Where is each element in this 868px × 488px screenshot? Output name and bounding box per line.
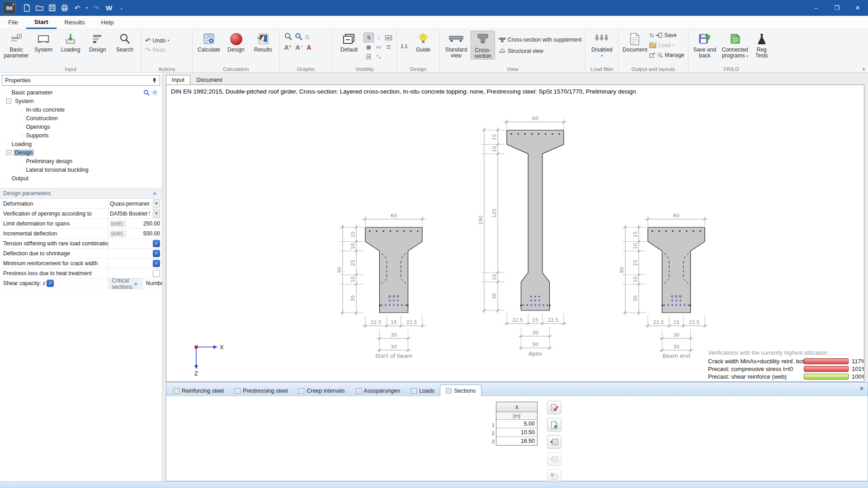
save-and-back-button[interactable]: Save and back [692,31,717,59]
cross-section-supplement-button[interactable]: Cross-section with supplement [499,35,581,44]
customize-toolbar-icon[interactable]: ⌄ [116,3,127,14]
tree-item-openings[interactable]: ┈Openings [0,122,162,131]
reg-tests-button[interactable]: Reg Tests [753,31,771,59]
zoom-window-icon[interactable] [295,33,302,40]
bottom-tab-reinforcing-steel[interactable]: Reinforcing steel [168,385,229,396]
tree-item-supports[interactable]: ┈Supports [0,131,162,140]
menu-help[interactable]: Help [93,16,122,29]
open-folder-icon[interactable] [34,3,45,14]
standard-view-button[interactable]: Standard view [443,31,469,59]
bottom-tab-sections[interactable]: Sections [440,385,481,396]
layout-manage-button[interactable]: Manage [649,51,684,60]
axis-toggle-icon[interactable]: ⤡ [373,52,384,61]
results-button[interactable]: Results [250,31,276,53]
tree-search-icon[interactable] [143,89,150,96]
tree-item-design[interactable]: −Design [0,148,162,157]
zoom-in-icon[interactable] [284,33,292,40]
text-box-toggle-icon[interactable]: abl [383,33,394,42]
guide-button[interactable]: Guide [410,31,436,53]
close-panel-icon[interactable]: ✕ [859,385,864,392]
tree-item-preliminary-design[interactable]: ┈Preliminary design [0,157,162,165]
support-symbols-icon[interactable] [401,31,409,49]
tree-item-loading[interactable]: ┈Loading [0,140,162,148]
design-input-button[interactable]: Design [85,31,110,53]
param-value[interactable]: 500.00 [127,230,160,237]
bottom-tab-creep-intervals[interactable]: Creep intervals [293,385,350,396]
loading-button[interactable]: Loading [58,31,83,53]
zoom-home-icon[interactable]: ⌂ [305,33,309,40]
checkbox[interactable]: ✓ [153,240,160,247]
minimize-button[interactable]: – [806,0,826,16]
checkbox[interactable]: ✓ [47,280,54,287]
maximize-button[interactable]: ❐ [826,0,847,16]
print-icon[interactable] [59,3,70,14]
param-value[interactable]: 250.00 [127,221,160,227]
document-button[interactable]: Document [622,31,647,53]
param-section-critical-sections[interactable]: Critical sections« [108,278,143,289]
section-collapse-icon[interactable]: « [132,281,139,287]
new-document-icon[interactable] [21,3,32,14]
x-value-cell[interactable]: 16.50 [496,437,537,445]
tree-expand-icon[interactable]: − [6,150,11,155]
tree-expand-icon[interactable]: − [6,99,11,103]
dropdown-arrow-icon[interactable]: ▼ [153,199,160,208]
checkbox[interactable]: ✓ [153,250,160,257]
layout-save-button[interactable]: ↻ Save [649,31,684,40]
load-arrow-toggle-icon[interactable]: ↓ [373,33,384,42]
connected-programs-button[interactable]: Connected programs ▾ [719,31,751,59]
insert-row-button[interactable] [547,435,561,449]
search-button[interactable]: Search [112,31,137,53]
undo-button[interactable]: ↶Undo▾ [145,36,169,45]
supports-toggle-icon[interactable]: ▦ [363,42,374,52]
tree-item-output[interactable]: ┈Output [0,174,162,183]
save-icon[interactable] [47,3,57,14]
x-column-table[interactable]: x [m] 5.0010.5016.50 [496,402,538,446]
checkbox[interactable] [153,270,160,277]
tab-document[interactable]: Document [191,75,228,84]
design-calc-button[interactable]: Design [223,31,249,53]
font-smaller-icon[interactable]: A⁻ [296,44,303,51]
graphics-canvas[interactable]: DIN EN 1992:2015, Double-pitched roof gi… [166,84,864,382]
app-logo[interactable]: B8+ [3,1,16,14]
new-entry-button[interactable] [547,418,561,432]
tree-collapse-icon[interactable]: « [151,89,158,96]
labels-toggle-icon[interactable]: A [363,52,374,61]
bottom-tab-prestressing-steel[interactable]: Prestressing steel [229,385,293,396]
tree-item-in-situ-concrete[interactable]: ┈In-situ concrete [0,105,162,114]
dropdown-arrow-icon[interactable]: ▼ [153,209,160,218]
ribbon-collapse-icon[interactable]: ∧ [862,66,865,71]
load-arrows-toggle-icon[interactable]: ⇅ [363,33,374,42]
layers-toggle-icon[interactable]: ☰ [383,42,394,52]
x-value-cell[interactable]: 5.00 [496,420,537,428]
checkbox[interactable]: ✓ [153,260,160,267]
undo-icon[interactable]: ↶ [72,3,83,14]
font-larger-icon[interactable]: A⁺ [284,44,292,51]
tree-item-lateral-torsional-buckling[interactable]: ┈Lateral torsional buckling [0,165,162,174]
apply-sections-button[interactable] [547,401,561,414]
load-filter-button[interactable]: Disabled ▾ [589,31,614,58]
tree-item-system[interactable]: −System [0,97,162,105]
param-section-design-parameters[interactable]: Design parameters« [0,188,162,199]
default-view-button[interactable]: Default [336,31,362,53]
font-color-icon[interactable]: A [307,44,311,51]
cross-section-view-button[interactable]: Cross-section [471,31,495,60]
bottom-tab-aussparungen[interactable]: Aussparungen [350,385,406,396]
x-value-cell[interactable]: 10.50 [496,428,537,437]
bottom-tab-loads[interactable]: Loads [406,385,440,396]
word-export-icon[interactable]: W [104,3,114,14]
undo-dropdown-icon[interactable]: ▾ [85,3,89,14]
tree-item-basic-parameter[interactable]: ┈Basic parameter [0,88,162,97]
system-button[interactable]: System [31,31,56,53]
dimensions-toggle-icon[interactable]: ▭ [373,42,384,52]
basic-parameter-button[interactable]: Basic parameter [4,31,29,59]
structural-view-button[interactable]: Structural view [499,46,581,56]
pin-icon[interactable] [152,78,157,84]
close-button[interactable]: ✕ [847,0,868,16]
section-collapse-icon[interactable]: « [151,190,158,197]
tab-input[interactable]: Input [166,75,190,84]
menu-start[interactable]: Start [26,16,57,29]
calculate-button[interactable]: 123 Calculate [196,31,222,53]
menu-file[interactable]: File [0,16,26,29]
menu-results[interactable]: Results [57,16,93,29]
tree-item-construction[interactable]: ┈Construction [0,114,162,122]
